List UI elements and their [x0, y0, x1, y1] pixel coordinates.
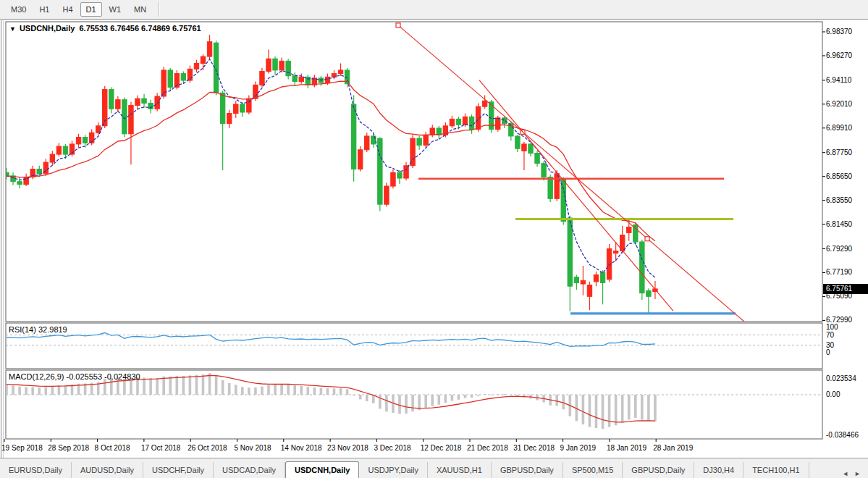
tab-scroll-buttons: ◄► — [835, 469, 868, 478]
price-axis-label: 6.87750 — [826, 148, 852, 157]
date-axis-label: 14 Nov 2018 — [281, 444, 322, 452]
date-axis-label: 31 Dec 2018 — [513, 444, 555, 452]
chart-tab-bar: EURUSD,DailyAUDUSD,DailyUSDCHF,DailyUSDC… — [0, 458, 868, 478]
rsi-axis-label: 70 — [826, 331, 834, 340]
current-price-badge: 6.75761 — [823, 284, 868, 294]
price-axis-label: 6.92010 — [826, 100, 852, 109]
tab-tech100-h1[interactable]: TECH100,H1 — [743, 462, 809, 478]
tab-scroll-right-icon[interactable]: ► — [851, 469, 864, 478]
price-axis-label: 6.85650 — [826, 172, 852, 181]
date-axis-label: 9 Jan 2019 — [560, 444, 597, 452]
tab-audusd-daily[interactable]: AUDUSD,Daily — [72, 462, 143, 478]
date-axis-label: 8 Oct 2018 — [95, 444, 130, 452]
timeframe-button-w1[interactable]: W1 — [104, 2, 127, 17]
mt4-window: M30H1H4D1W1MN ▼USDCNH,Daily 6.75533 6.76… — [0, 0, 868, 478]
timeframe-button-h4[interactable]: H4 — [56, 2, 78, 17]
ohlc-close: 6.75761 — [172, 24, 201, 33]
date-axis-label: 18 Jan 2019 — [607, 444, 646, 452]
chart-title: ▼USDCNH,Daily 6.75533 6.76456 6.74869 6.… — [9, 24, 201, 33]
price-axis-label: 6.83550 — [826, 196, 852, 205]
price-axis-label: 6.79290 — [826, 245, 852, 253]
chart-symbol-period: USDCNH,Daily — [20, 24, 75, 33]
tab-gbpusd-daily[interactable]: GBPUSD,Daily — [492, 462, 563, 478]
tab-usdjpy-daily[interactable]: USDJPY,Daily — [359, 462, 428, 478]
price-axis-label: 6.81450 — [826, 220, 852, 229]
trendline-handle[interactable] — [396, 23, 400, 28]
chart-canvas[interactable] — [0, 20, 868, 458]
tab-usdcad-daily[interactable]: USDCAD,Daily — [214, 462, 285, 478]
ohlc-high: 6.76456 — [110, 24, 139, 33]
rsi-indicator-label: RSI(14) 32.9819 — [9, 325, 67, 334]
date-axis-label: 3 Dec 2018 — [374, 444, 410, 452]
timeframe-toolbar: M30H1H4D1W1MN — [0, 0, 868, 20]
timeframe-button-mn[interactable]: MN — [128, 2, 152, 17]
price-axis-label: 6.98370 — [826, 28, 852, 36]
price-axis-label: 6.89910 — [826, 124, 852, 133]
tab-scroll-left-icon[interactable]: ◄ — [839, 469, 851, 478]
date-axis-label: 5 Nov 2018 — [235, 444, 271, 452]
chart-dropdown-icon[interactable]: ▼ — [9, 25, 16, 33]
macd-axis-label: -0.038466 — [826, 431, 859, 440]
chart-area[interactable]: ▼USDCNH,Daily 6.75533 6.76456 6.74869 6.… — [0, 20, 868, 458]
date-axis-label: 21 Dec 2018 — [467, 444, 508, 452]
date-axis-label: 23 Nov 2018 — [327, 444, 368, 452]
timeframe-button-h1[interactable]: H1 — [33, 2, 55, 17]
date-axis-label: 28 Sep 2018 — [48, 444, 89, 452]
tab-usdchf-daily[interactable]: USDCHF,Daily — [143, 462, 214, 478]
trendline-handle[interactable] — [645, 237, 649, 241]
ohlc-open: 6.75533 — [79, 24, 108, 33]
toolbar-separator — [159, 2, 160, 17]
tab-xauusd-h1[interactable]: XAUUSD,H1 — [428, 462, 492, 478]
macd-indicator-label: MACD(12,26,9) -0.025553 -0.024830 — [9, 372, 140, 381]
price-axis-label: 6.94110 — [826, 76, 851, 85]
tab-usdcnh-daily[interactable]: USDCNH,Daily — [285, 461, 359, 478]
tab-gbpusd-daily[interactable]: GBPUSD,Daily — [623, 462, 694, 478]
macd-values: -0.025553 -0.024830 — [66, 372, 140, 381]
tab-sp500-m15[interactable]: SP500,M15 — [563, 462, 623, 478]
ohlc-low: 6.74869 — [141, 24, 170, 33]
macd-axis-label: 0.00 — [826, 390, 840, 399]
date-axis-label: 17 Oct 2018 — [141, 444, 180, 452]
timeframe-button-d1[interactable]: D1 — [80, 2, 102, 17]
macd-axis-label: 0.023534 — [826, 374, 856, 383]
timeframe-button-m30[interactable]: M30 — [5, 2, 32, 17]
price-axis-label: 6.96270 — [826, 51, 852, 60]
date-axis-label: 26 Oct 2018 — [187, 444, 227, 452]
date-axis-label: 19 Sep 2018 — [1, 444, 43, 452]
rsi-axis-label: 0 — [826, 348, 830, 357]
tab-eurusd-daily[interactable]: EURUSD,Daily — [0, 462, 72, 478]
date-axis-label: 28 Jan 2019 — [653, 444, 693, 452]
rsi-value: 32.9819 — [38, 325, 67, 334]
date-axis-label: 12 Dec 2018 — [421, 444, 462, 452]
tab-dj30-h4[interactable]: DJ30,H4 — [694, 462, 743, 478]
price-axis-label: 6.77190 — [826, 268, 852, 277]
